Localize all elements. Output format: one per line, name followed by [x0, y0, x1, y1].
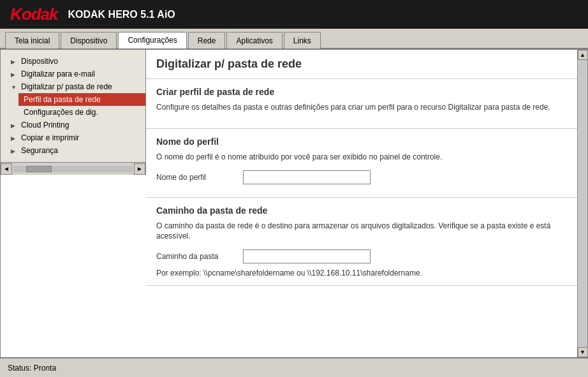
sidebar-item-perfil-pasta[interactable]: Perfil da pasta de rede [18, 93, 145, 106]
sidebar-label-email: Digitalizar para e-mail [21, 70, 95, 78]
sidebar-item-config-dig[interactable]: Configurações de dig. [18, 106, 145, 119]
content-wrapper: Digitalizar p/ pasta de rede Criar perfi… [146, 50, 587, 357]
tab-rede[interactable]: Rede [188, 32, 226, 48]
sidebar-item-email[interactable]: Digitalizar para e-mail [1, 68, 145, 80]
content-area: Digitalizar p/ pasta de rede Criar perfi… [146, 50, 577, 357]
content-scroll[interactable]: Digitalizar p/ pasta de rede Criar perfi… [146, 50, 577, 357]
form-label-nome: Nome do perfil [156, 173, 233, 182]
section-nome-perfil: Nome do perfil O nome do perfil é o nome… [146, 129, 577, 198]
arrow-icon [11, 146, 18, 155]
tab-dispositivo[interactable]: Dispositivo [61, 32, 117, 48]
sidebar-item-copiar[interactable]: Copiar e imprimir [1, 131, 145, 144]
kodak-logo: Kodak [10, 4, 57, 24]
sidebar-label-config: Configurações de dig. [24, 108, 98, 117]
arrow-icon [11, 133, 18, 142]
scroll-right-button[interactable]: ► [134, 163, 145, 175]
example-text: Por exemplo: \\pcname\sharefoldername ou… [156, 269, 567, 277]
sidebar-label-copiar: Copiar e imprimir [21, 133, 79, 142]
tab-configuracoes[interactable]: Configurações [118, 32, 186, 48]
sidebar-label-cloud: Cloud Printing [21, 121, 69, 129]
sidebar-horizontal-scrollbar[interactable]: ◄ ► [1, 162, 146, 175]
page-title: Digitalizar p/ pasta de rede [146, 50, 577, 79]
product-name: KODAK HERO 5.1 AiO [68, 9, 175, 20]
scroll-up-button[interactable]: ▲ [578, 50, 588, 60]
section-desc-nome: O nome do perfil é o nome atribuído por … [156, 152, 567, 163]
sidebar-label-dispositivo: Dispositivo [21, 57, 58, 66]
tab-tela-inicial[interactable]: Tela inicial [5, 32, 59, 48]
form-row-caminho: Caminho da pasta [156, 249, 567, 263]
sidebar-item-dispositivo[interactable]: Dispositivo [1, 55, 145, 68]
arrow-icon [11, 82, 18, 91]
sidebar-item-seguranca[interactable]: Segurança [1, 144, 145, 157]
status-value: Pronta [34, 364, 56, 373]
scroll-thumb[interactable] [26, 166, 52, 172]
arrow-icon [11, 57, 18, 66]
sidebar-sub-pasta: Perfil da pasta de rede Configurações de… [1, 93, 145, 119]
scroll-left-button[interactable]: ◄ [1, 163, 12, 175]
arrow-icon [11, 70, 18, 78]
section-title-criar: Criar perfil de pasta de rede [156, 87, 567, 97]
status-bar: Status: Pronta [0, 358, 588, 377]
form-label-caminho: Caminho da pasta [156, 252, 233, 261]
scroll-track[interactable] [13, 166, 133, 172]
sidebar-label-seguranca: Segurança [21, 146, 58, 155]
sidebar-label-pasta: Digitalizar p/ pasta de rede [21, 82, 112, 91]
status-label: Status: [8, 364, 31, 373]
header: Kodak KODAK HERO 5.1 AiO [0, 0, 588, 29]
section-criar-perfil: Criar perfil de pasta de rede Configure … [146, 79, 577, 129]
tabs-bar: Tela inicial Dispositivo Configurações R… [0, 29, 588, 49]
arrow-icon [11, 121, 18, 129]
sidebar-item-pasta[interactable]: Digitalizar p/ pasta de rede [1, 80, 145, 93]
sidebar-label-perfil: Perfil da pasta de rede [24, 95, 101, 104]
tab-links[interactable]: Links [284, 32, 321, 48]
section-desc-caminho: O caminho da pasta de rede é o destino p… [156, 221, 567, 242]
section-title-caminho: Caminho da pasta de rede [156, 205, 567, 216]
section-caminho-pasta: Caminho da pasta de rede O caminho da pa… [146, 198, 577, 286]
input-caminho-pasta[interactable] [243, 249, 371, 263]
tab-aplicativos[interactable]: Aplicativos [226, 32, 282, 48]
section-title-nome: Nome do perfil [156, 137, 567, 147]
main-container: Dispositivo Digitalizar para e-mail Digi… [0, 49, 588, 358]
scroll-vert-track[interactable] [578, 60, 587, 347]
sidebar-item-cloud[interactable]: Cloud Printing [1, 119, 145, 131]
input-nome-perfil[interactable] [243, 170, 371, 184]
form-row-nome: Nome do perfil [156, 170, 567, 184]
right-scrollbar: ▲ ▼ [577, 50, 587, 357]
scroll-down-button[interactable]: ▼ [578, 347, 588, 357]
section-desc-criar: Configure os detalhes da pasta e outras … [156, 102, 567, 113]
sidebar: Dispositivo Digitalizar para e-mail Digi… [1, 50, 146, 162]
